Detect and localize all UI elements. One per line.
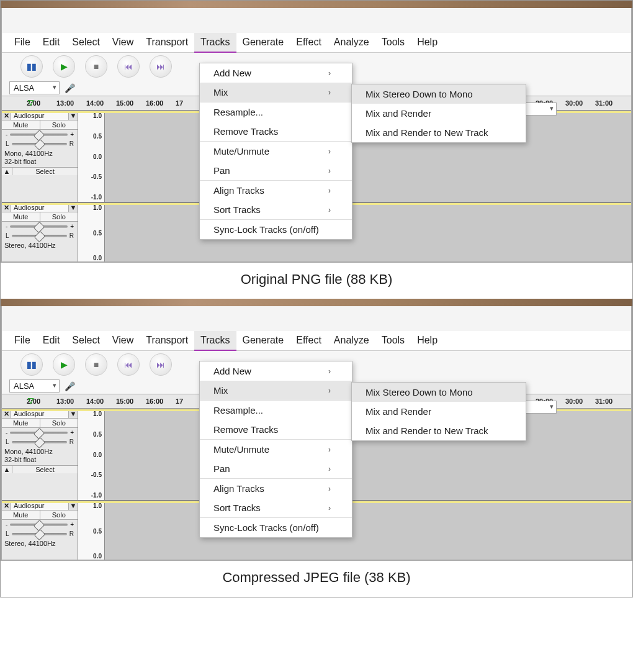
menu-item[interactable]: Resample... <box>200 102 352 122</box>
menu-select[interactable]: Select <box>66 33 106 52</box>
menu-item[interactable]: Mix and Render to New Track <box>352 421 526 440</box>
menu-item[interactable]: Sort Tracks› <box>200 200 352 219</box>
audacity-app-screenshot: FileEditSelectViewTransportTracksGenerat… <box>1 306 632 561</box>
pan-slider[interactable]: LR <box>2 437 78 447</box>
menu-file[interactable]: File <box>8 331 37 350</box>
chevron-right-icon: › <box>328 186 331 195</box>
chevron-right-icon: › <box>328 166 331 175</box>
menu-item[interactable]: Mute/Unmute› <box>200 141 352 161</box>
menu-item[interactable]: Mix and Render <box>352 402 526 421</box>
menu-transport[interactable]: Transport <box>140 33 194 52</box>
menu-item[interactable]: Sync-Lock Tracks (on/off) <box>200 219 352 239</box>
chevron-right-icon: › <box>328 445 331 454</box>
menu-tools[interactable]: Tools <box>375 331 411 350</box>
mute-button[interactable]: Mute <box>2 419 40 427</box>
stop-button[interactable]: ■ <box>85 55 107 78</box>
pan-slider[interactable]: LR <box>2 529 78 538</box>
waveform-area[interactable] <box>105 203 631 263</box>
menu-item[interactable]: Mute/Unmute› <box>200 439 352 459</box>
menu-generate[interactable]: Generate <box>236 331 290 350</box>
menu-item[interactable]: Mix and Render to New Track <box>352 123 526 142</box>
solo-button[interactable]: Solo <box>40 120 78 129</box>
tracks-menu-dropdown: Add New›Mix›Resample...Remove TracksMute… <box>199 361 352 538</box>
menu-help[interactable]: Help <box>411 33 444 52</box>
gain-slider[interactable]: -+ <box>2 428 78 437</box>
playhead-marker[interactable]: ▽ <box>28 98 34 107</box>
menu-item[interactable]: Align Tracks› <box>200 478 352 498</box>
pause-button[interactable]: ▮▮ <box>20 353 43 376</box>
figure-caption: Original PNG file (88 KB) <box>1 263 632 299</box>
pause-button[interactable]: ▮▮ <box>20 55 43 78</box>
pan-slider[interactable]: LR <box>2 231 78 240</box>
skip-end-button[interactable]: ⏭ <box>150 55 172 78</box>
menu-tracks[interactable]: Tracks <box>194 33 236 53</box>
mic-icon: 🎤 <box>65 381 75 391</box>
menu-analyze[interactable]: Analyze <box>328 331 375 350</box>
play-button[interactable]: ▶ <box>53 55 75 78</box>
gain-slider[interactable]: -+ <box>2 222 78 231</box>
skip-end-button[interactable]: ⏭ <box>150 353 172 376</box>
menu-item[interactable]: Pan› <box>200 161 352 180</box>
menu-item[interactable]: Mix› <box>200 381 352 400</box>
menu-item[interactable]: Mix Stereo Down to Mono <box>352 84 526 104</box>
menu-analyze[interactable]: Analyze <box>328 33 375 52</box>
play-button[interactable]: ▶ <box>53 353 75 376</box>
menu-item[interactable]: Mix› <box>200 83 352 102</box>
skip-start-button[interactable]: ⏮ <box>117 55 140 78</box>
menu-item[interactable]: Add New› <box>200 361 352 381</box>
menu-tools[interactable]: Tools <box>375 33 411 52</box>
menu-edit[interactable]: Edit <box>37 33 66 52</box>
track-format-info: Stereo, 44100Hz <box>2 240 78 251</box>
tracks-menu-dropdown: Add New›Mix›Resample...Remove TracksMute… <box>199 63 352 240</box>
menu-item[interactable]: Add New› <box>200 63 352 83</box>
gain-slider[interactable]: -+ <box>2 520 78 529</box>
vertical-scale: 1.0 0.5 0.0 -0.5 -1.0 <box>78 111 105 202</box>
mute-button[interactable]: Mute <box>2 120 40 129</box>
playhead-marker[interactable]: ▽ <box>28 396 34 405</box>
chevron-right-icon: › <box>328 386 331 395</box>
solo-button[interactable]: Solo <box>40 212 78 221</box>
audacity-app-screenshot: FileEditSelectViewTransportTracksGenerat… <box>1 8 632 263</box>
stop-button[interactable]: ■ <box>85 353 107 376</box>
mic-icon: 🎤 <box>65 83 75 93</box>
menu-item[interactable]: Mix Stereo Down to Mono <box>352 383 526 402</box>
gain-slider[interactable]: -+ <box>2 130 78 139</box>
skip-start-button[interactable]: ⏮ <box>117 353 140 376</box>
collapse-track-button[interactable]: ▲ <box>2 466 12 473</box>
select-track-button[interactable]: Select <box>12 466 78 473</box>
menu-view[interactable]: View <box>106 331 140 350</box>
menu-file[interactable]: File <box>8 33 37 52</box>
solo-button[interactable]: Solo <box>40 419 78 427</box>
waveform-area[interactable] <box>105 501 631 561</box>
menu-item[interactable]: Pan› <box>200 459 352 478</box>
figure-caption: Compressed JPEG file (38 KB) <box>1 561 632 597</box>
solo-button[interactable]: Solo <box>40 511 78 519</box>
menu-transport[interactable]: Transport <box>140 331 194 350</box>
chevron-right-icon: › <box>328 504 331 512</box>
vertical-scale: 1.0 0.5 0.0 <box>78 203 105 263</box>
menu-view[interactable]: View <box>106 33 140 52</box>
mute-button[interactable]: Mute <box>2 511 40 519</box>
mute-button[interactable]: Mute <box>2 212 40 221</box>
track-control-panel: ✕Audiospur▼ MuteSolo -+ LR Stereo, 44100… <box>2 501 78 561</box>
audio-host-select[interactable]: ALSA <box>9 379 60 393</box>
audio-host-select[interactable]: ALSA <box>9 81 60 94</box>
menu-tracks[interactable]: Tracks <box>194 331 236 351</box>
menu-item[interactable]: Sort Tracks› <box>200 498 352 517</box>
menu-item[interactable]: Mix and Render <box>352 104 526 123</box>
menu-effect[interactable]: Effect <box>290 331 328 350</box>
menu-help[interactable]: Help <box>411 331 444 350</box>
menu-item[interactable]: Remove Tracks <box>200 420 352 439</box>
pan-slider[interactable]: LR <box>2 139 78 148</box>
menu-select[interactable]: Select <box>66 331 106 350</box>
menu-item[interactable]: Align Tracks› <box>200 180 352 200</box>
menu-effect[interactable]: Effect <box>290 33 328 52</box>
menu-item[interactable]: Sync-Lock Tracks (on/off) <box>200 517 352 537</box>
menu-edit[interactable]: Edit <box>37 331 66 350</box>
collapse-track-button[interactable]: ▲ <box>2 168 12 175</box>
menu-item[interactable]: Resample... <box>200 400 352 420</box>
vertical-scale: 1.00.50.0 <box>78 501 105 561</box>
menu-item[interactable]: Remove Tracks <box>200 122 352 141</box>
menu-generate[interactable]: Generate <box>236 33 290 52</box>
select-track-button[interactable]: Select <box>12 168 78 175</box>
